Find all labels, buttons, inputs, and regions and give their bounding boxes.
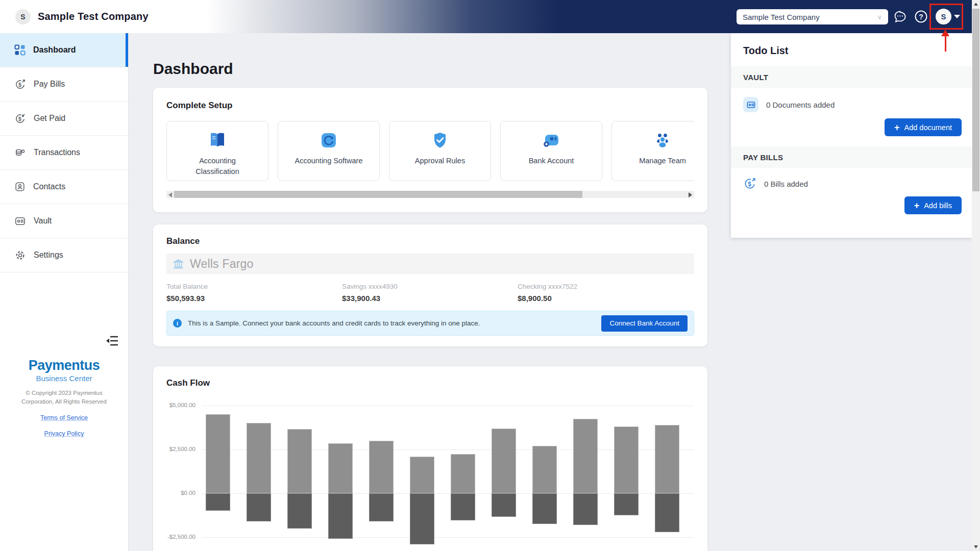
y-axis-tick-label: $0.00: [166, 490, 195, 496]
accounting-software-icon: [318, 130, 339, 151]
cash-flow-bar-negative: [573, 493, 598, 525]
header-brand: S Sample Test Company: [15, 0, 149, 33]
cash-flow-bar-negative: [655, 493, 679, 532]
vertical-scrollbar-thumb[interactable]: [972, 9, 979, 191]
add-bills-button[interactable]: + Add bills: [904, 196, 962, 214]
account-savings: Savings xxxx4930 $33,900.43: [342, 283, 518, 303]
bank-account-icon: [541, 130, 562, 151]
accounts-row: Total Balance $50,593.93 Savings xxxx493…: [166, 283, 694, 303]
cash-flow-bar-positive: [532, 446, 557, 493]
setup-tiles: Accounting Classification Accounting Sof…: [166, 121, 694, 181]
sample-info-banner: i This is a Sample. Connect your bank ac…: [166, 311, 694, 336]
transactions-icon: [14, 147, 26, 159]
copyright-text: © Copyright 2023 Paymentus Corporation, …: [0, 389, 128, 406]
contacts-icon: [14, 181, 26, 192]
accounting-classification-icon: [207, 130, 228, 151]
svg-text:$: $: [18, 115, 21, 121]
scroll-down-icon[interactable]: [974, 545, 978, 548]
cash-flow-bar-positive: [614, 427, 639, 493]
sidebar-item-transactions[interactable]: Transactions: [0, 136, 128, 170]
company-avatar: S: [15, 9, 31, 24]
account-checking: Checking xxxx7522 $8,900.50: [518, 283, 693, 303]
todo-list-title: Todo List: [731, 33, 972, 66]
complete-setup-title: Complete Setup: [166, 101, 694, 111]
sidebar-item-label: Pay Bills: [34, 80, 65, 89]
sidebar-item-label: Vault: [34, 216, 52, 226]
sidebar: Dashboard $ Pay Bills $ Get Paid: [0, 33, 129, 551]
cash-flow-bar-negative: [614, 493, 639, 515]
vault-action-row: + Add document: [731, 114, 972, 146]
tile-accounting-classification[interactable]: Accounting Classification: [166, 121, 268, 181]
todo-list-panel: Todo List VAULT 0 Documents added + Add …: [731, 33, 972, 238]
company-name: Sample Test Company: [38, 11, 149, 22]
svg-text:?: ?: [919, 13, 923, 21]
bank-name: Wells Fargo: [190, 257, 253, 271]
plus-icon: +: [914, 201, 920, 210]
terms-of-service-link[interactable]: Terms of Service: [0, 414, 128, 421]
pay-bills-icon: $: [14, 79, 26, 90]
pay-bills-todo-icon: $: [743, 177, 756, 190]
tile-approval-rules[interactable]: Approval Rules: [389, 121, 491, 181]
user-menu[interactable]: S: [936, 9, 960, 24]
pay-bills-section-header: PAY BILLS: [731, 146, 972, 168]
connect-bank-account-button[interactable]: Connect Bank Account: [601, 315, 688, 332]
collapse-sidebar-icon[interactable]: [106, 335, 119, 346]
cash-flow-bar-negative: [451, 493, 475, 520]
chart-gridline: [202, 537, 694, 538]
approval-rules-icon: [430, 130, 450, 151]
help-icon[interactable]: ?: [914, 10, 928, 23]
paymentus-logo: Paymentus: [0, 358, 128, 373]
cash-flow-bar-negative: [492, 493, 516, 517]
cash-flow-bar-negative: [328, 493, 353, 539]
dashboard-icon: [14, 44, 26, 56]
horizontal-scrollbar[interactable]: [166, 191, 694, 198]
scroll-up-icon[interactable]: [974, 3, 978, 6]
company-select[interactable]: Sample Test Company ∨: [737, 9, 888, 24]
sidebar-item-dashboard[interactable]: Dashboard: [0, 33, 128, 67]
add-document-button[interactable]: + Add document: [885, 118, 962, 136]
sidebar-item-get-paid[interactable]: $ Get Paid: [0, 102, 128, 136]
chat-icon[interactable]: [893, 10, 907, 23]
cash-flow-bar-negative: [410, 493, 434, 544]
sidebar-footer: Paymentus Business Center © Copyright 20…: [0, 358, 128, 437]
scroll-right-icon[interactable]: [689, 192, 692, 197]
scroll-left-icon[interactable]: [168, 192, 172, 197]
tile-label: Approval Rules: [402, 156, 478, 166]
cash-flow-bar-positive: [451, 454, 475, 493]
sidebar-item-vault[interactable]: Vault: [0, 204, 128, 238]
y-axis-tick-label: $2,500.00: [166, 446, 195, 452]
pay-bills-status-text: 0 Bills added: [764, 180, 808, 188]
cash-flow-bar-negative: [247, 493, 271, 521]
sidebar-item-label: Dashboard: [33, 45, 76, 55]
vertical-scrollbar[interactable]: [972, 0, 980, 551]
sidebar-item-contacts[interactable]: Contacts: [0, 170, 128, 204]
vault-status-text: 0 Documents added: [766, 101, 835, 109]
svg-text:$: $: [748, 181, 751, 188]
info-icon: i: [173, 319, 182, 328]
tile-accounting-software[interactable]: Accounting Software: [278, 121, 380, 181]
cash-flow-bar-positive: [655, 425, 679, 493]
bank-row: Wells Fargo: [166, 254, 694, 274]
vault-icon: [14, 215, 26, 227]
balance-title: Balance: [166, 236, 694, 246]
vault-status-row: 0 Documents added: [731, 88, 972, 114]
privacy-policy-link[interactable]: Privacy Policy: [0, 430, 128, 437]
cash-flow-bar-positive: [247, 423, 271, 493]
account-total: Total Balance $50,593.93: [166, 283, 342, 303]
tile-label: Bank Account: [513, 156, 590, 166]
vault-section-header: VAULT: [731, 66, 972, 88]
tile-manage-team[interactable]: Manage Team: [611, 121, 694, 181]
tile-label: Accounting Classification: [179, 156, 256, 177]
cash-flow-bar-positive: [492, 429, 516, 493]
bank-icon: [173, 259, 184, 269]
sidebar-item-settings[interactable]: Settings: [0, 238, 128, 272]
svg-text:$: $: [18, 81, 21, 87]
complete-setup-card: Complete Setup Accounting Classification…: [153, 88, 707, 212]
tile-bank-account[interactable]: Bank Account: [500, 121, 602, 181]
horizontal-scrollbar-thumb[interactable]: [174, 191, 582, 198]
tile-label: Accounting Software: [290, 156, 367, 166]
cash-flow-chart: $5,000.00$2,500.00$0.00-$2,500.00: [166, 398, 694, 551]
user-avatar[interactable]: S: [936, 9, 951, 24]
plus-icon: +: [894, 123, 900, 132]
sidebar-item-pay-bills[interactable]: $ Pay Bills: [0, 67, 128, 102]
